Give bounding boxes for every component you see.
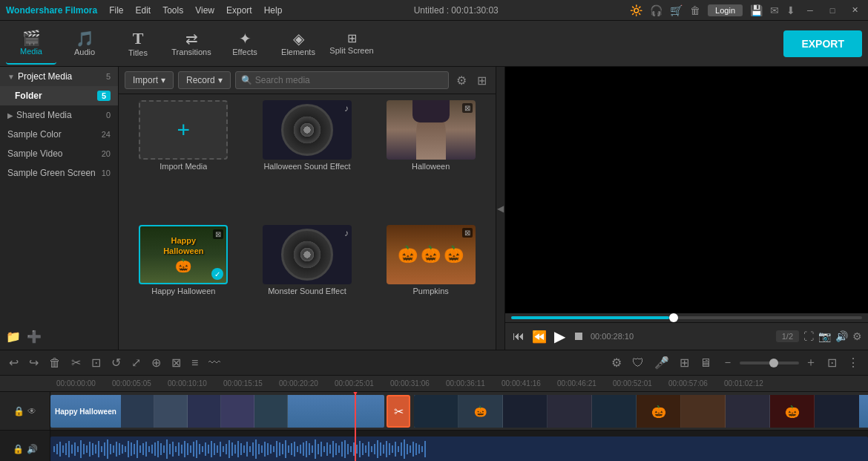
new-folder-icon[interactable]: 📁 — [6, 330, 21, 344]
login-button[interactable]: Login — [708, 4, 743, 16]
tool-audio[interactable]: 🎵 Audio — [59, 23, 110, 65]
menu-tools[interactable]: Tools — [162, 5, 183, 16]
svg-rect-7 — [74, 442, 76, 456]
media-item-happy-halloween[interactable]: ⊠ HappyHalloween 🎃 ✓ Happy Halloween — [125, 225, 243, 344]
tool-splitscreen[interactable]: ⊞ Split Screen — [326, 23, 377, 65]
flip-button[interactable]: ⤢ — [128, 354, 144, 371]
rotate-button[interactable]: ↺ — [108, 354, 124, 371]
minimize-button[interactable]: ─ — [803, 3, 818, 18]
audio-button[interactable]: 〰 — [206, 355, 223, 371]
menu-view[interactable]: View — [195, 5, 214, 16]
import-placeholder[interactable]: + — [139, 100, 228, 160]
headphone-icon[interactable]: 🎧 — [650, 4, 662, 16]
sidebar-item-sample-color[interactable]: Sample Color 24 — [0, 125, 118, 144]
audio-mute-icon[interactable]: 🔊 — [27, 444, 38, 454]
more-button[interactable]: ⋮ — [844, 354, 862, 371]
import-dropdown[interactable]: Import ▾ — [125, 71, 174, 89]
ratio-display[interactable]: 1/2 — [776, 330, 799, 342]
sidebar-item-project-media[interactable]: ▼ Project Media 5 — [0, 67, 118, 86]
delete-button[interactable]: 🗑 — [46, 355, 64, 371]
mail-icon[interactable]: ✉ — [770, 4, 779, 16]
audio-track-content[interactable] — [50, 431, 868, 461]
media-item-halloween-sound[interactable]: ♪ Halloween Sound Effect — [249, 100, 366, 219]
sidebar-item-folder[interactable]: Folder 5 — [0, 86, 118, 105]
filter-icon[interactable]: ⚙ — [453, 72, 470, 89]
trash-icon[interactable]: 🗑 — [690, 4, 700, 16]
video-clip-2[interactable]: Happy Halloween 🎃 🎃 🎃 — [414, 395, 868, 428]
clip-cut-marker[interactable]: ✂ — [387, 395, 410, 428]
settings-icon[interactable]: ⚙ — [852, 330, 862, 342]
svg-rect-0 — [53, 446, 55, 452]
align-button[interactable]: ≡ — [188, 355, 201, 371]
tool-media[interactable]: 🎬 Media — [6, 23, 56, 65]
import-chevron: ▾ — [161, 75, 165, 85]
zoom-slider[interactable] — [740, 362, 799, 364]
video-clip-1[interactable]: Happy Halloween — [50, 395, 384, 428]
search-input[interactable] — [235, 71, 449, 89]
panel-collapse-toggle[interactable]: ◀ — [496, 67, 504, 350]
brightness-icon[interactable]: 🔆 — [630, 4, 642, 16]
zoom-out-button[interactable]: － — [719, 353, 737, 372]
record-dropdown[interactable]: Record ▾ — [178, 71, 231, 89]
tool-elements[interactable]: ◈ Elements — [273, 23, 323, 65]
tool-transitions[interactable]: ⇄ Transitions — [166, 23, 217, 65]
tool-titles[interactable]: T Titles — [113, 23, 163, 65]
video-track-content[interactable]: Happy Halloween ✂ Happy Ha — [50, 392, 868, 430]
vinyl-inner — [301, 124, 313, 136]
tool-effects[interactable]: ✦ Effects — [220, 23, 270, 65]
export-button[interactable]: EXPORT — [783, 30, 862, 57]
close-button[interactable]: ✕ — [847, 3, 862, 18]
menu-file[interactable]: File — [109, 5, 123, 16]
media-icon: 🎬 — [22, 30, 41, 45]
svg-rect-23 — [122, 445, 123, 454]
stop-button[interactable]: ⏹ — [571, 328, 586, 344]
snapshot-icon[interactable]: 📷 — [818, 330, 831, 342]
save-icon[interactable]: 💾 — [750, 4, 763, 16]
grid-view-icon[interactable]: ⊞ — [474, 72, 490, 89]
sidebar-item-shared-media[interactable]: ▶ Shared Media 0 — [0, 105, 118, 125]
svg-rect-52 — [208, 445, 209, 454]
media-item-import[interactable]: + Import Media — [125, 100, 243, 219]
zoom-in-button[interactable]: ＋ — [802, 353, 820, 372]
lock-icon[interactable]: 🔒 — [13, 406, 24, 416]
cut-button[interactable]: ✂ — [68, 354, 84, 371]
split-button[interactable]: ⊠ — [168, 354, 184, 371]
fullscreen-icon[interactable]: ⛶ — [803, 330, 814, 342]
split-view-btn[interactable]: ⊞ — [677, 354, 692, 371]
media-item-monster-sound[interactable]: ♪ Monster Sound Effect — [249, 225, 366, 344]
timeline-toolbar: ↩ ↪ 🗑 ✂ ⊡ ↺ ⤢ ⊕ ⊠ ≡ 〰 ⚙ 🛡 🎤 ⊞ 🖥 － ＋ ⊡ ⋮ — [0, 350, 868, 376]
shop-icon[interactable]: 🛒 — [670, 4, 683, 16]
audio-track-controls: 🔒 🔊 — [0, 431, 50, 461]
svg-rect-53 — [211, 441, 212, 457]
redo-button[interactable]: ↪ — [26, 354, 42, 371]
sidebar-item-sample-green[interactable]: Sample Green Screen 10 — [0, 163, 118, 183]
settings-btn[interactable]: ⚙ — [608, 354, 625, 371]
menu-export[interactable]: Export — [226, 5, 252, 16]
monitor-btn[interactable]: 🖥 — [697, 355, 714, 371]
audio-lock-icon[interactable]: 🔒 — [13, 444, 24, 454]
ruler-tick-10: 00:00:52:01 — [613, 379, 668, 388]
play-button[interactable]: ▶ — [553, 326, 567, 347]
step-back-button[interactable]: ⏪ — [530, 328, 548, 345]
eye-icon[interactable]: 👁 — [27, 406, 36, 416]
crop-button[interactable]: ⊡ — [88, 354, 104, 371]
mic-btn[interactable]: 🎤 — [651, 354, 672, 371]
undo-button[interactable]: ↩ — [6, 354, 22, 371]
media-item-halloween-video[interactable]: ⊠ Halloween — [372, 100, 490, 219]
fit-button[interactable]: ⊡ — [824, 354, 840, 371]
menu-edit[interactable]: Edit — [135, 5, 151, 16]
volume-icon[interactable]: 🔊 — [835, 330, 848, 342]
maximize-button[interactable]: □ — [825, 3, 840, 18]
download-icon[interactable]: ⬇ — [786, 4, 795, 16]
svg-rect-11 — [86, 445, 88, 453]
copy-button[interactable]: ⊕ — [148, 354, 164, 371]
add-folder-icon[interactable]: ➕ — [27, 330, 42, 344]
preview-scrubber[interactable] — [511, 316, 862, 319]
skip-back-button[interactable]: ⏮ — [511, 328, 526, 344]
media-item-pumpkins[interactable]: ⊠ 🎃 🎃 🎃 Pumpkins — [372, 225, 490, 344]
timeline-ruler[interactable]: 00:00:00:00 00:00:05:05 00:00:10:10 00:0… — [0, 376, 868, 392]
menu-help[interactable]: Help — [264, 5, 283, 16]
playhead[interactable] — [355, 392, 356, 461]
shield-btn[interactable]: 🛡 — [629, 355, 647, 371]
sidebar-item-sample-video[interactable]: Sample Video 20 — [0, 144, 118, 163]
